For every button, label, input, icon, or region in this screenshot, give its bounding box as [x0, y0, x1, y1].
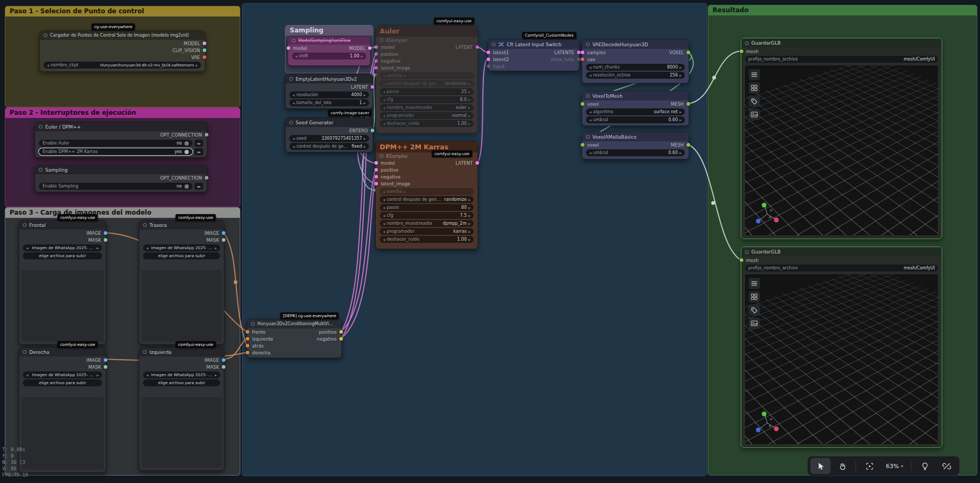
output-port-latente[interactable]: [577, 50, 581, 54]
output-port-int[interactable]: [371, 129, 374, 132]
output-port-model[interactable]: [203, 41, 206, 45]
node-header[interactable]: EmptyLatentHunyuan3Dv2: [286, 74, 373, 83]
axis-gizmo[interactable]: [753, 201, 781, 228]
node-header[interactable]: GuardarGLB: [741, 247, 942, 257]
input-port-mesh[interactable]: [740, 49, 743, 53]
theme-toggle-button[interactable]: [915, 458, 935, 474]
input-port-positive[interactable]: [374, 168, 378, 172]
widget-control-after-generate[interactable]: control después de generarrandomize: [380, 80, 474, 87]
input-port-voxel[interactable]: [581, 102, 584, 106]
input-port-voxel[interactable]: [581, 143, 584, 147]
widget-octree-resolution[interactable]: resolución_octree256: [586, 72, 685, 79]
node-switch-sampling[interactable]: Sampling OPT_CONNECTION Enable Samplingn…: [35, 165, 207, 192]
output-port-negativo[interactable]: [339, 337, 343, 341]
widget-image-file[interactable]: Imagen de WhatsApp 2025- ...: [23, 244, 102, 251]
node-header[interactable]: Auler: [376, 26, 478, 37]
input-port-latent1[interactable]: [487, 50, 490, 54]
image-icon-button[interactable]: [749, 109, 760, 120]
upload-button[interactable]: elige archivo para subir: [23, 379, 102, 386]
node-load-image-izquierda[interactable]: Izquierda IMAGE MASK Imagen de WhatsApp …: [139, 347, 224, 471]
upload-button[interactable]: elige archivo para subir: [143, 252, 220, 259]
collapse-toggle[interactable]: [380, 38, 383, 42]
widget-denoise[interactable]: deshacer_ruido1.00: [380, 236, 474, 243]
node-ksampler-dpm[interactable]: DPM++ 2M Karras KSampler modelLATENT pos…: [375, 141, 478, 249]
node-graph-canvas[interactable]: Paso 1 - Selecion de Punto de control Pa…: [0, 0, 980, 483]
node-header[interactable]: VoxelAMallaBásico: [582, 132, 689, 141]
widget-filename-prefix[interactable]: prefijo_nombre_archivomesh/ComfyUI: [745, 265, 938, 272]
select-tool-button[interactable]: [810, 458, 831, 474]
collapse-toggle[interactable]: [289, 77, 293, 81]
group-title-paso2[interactable]: Paso 2 - Interruptores de ejecución: [5, 108, 240, 118]
output-port-show-help[interactable]: [577, 57, 581, 61]
input-port-izquierda[interactable]: [246, 337, 249, 341]
input-port-samples[interactable]: [581, 50, 584, 54]
widget-algoritmo[interactable]: algoritmosurface net: [586, 108, 685, 115]
output-port-opt-connection[interactable]: [205, 176, 208, 180]
widget-cfg[interactable]: cfg7.5: [380, 212, 474, 219]
output-port-mask[interactable]: [222, 238, 225, 242]
pan-tool-button[interactable]: [832, 458, 852, 474]
input-port-negative[interactable]: [374, 175, 378, 179]
fit-view-button[interactable]: [859, 458, 880, 474]
node-ksampler-auler[interactable]: Auler KSampler modelLATENT positive nega…: [375, 25, 478, 133]
output-port-mask[interactable]: [222, 365, 225, 369]
collapse-toggle[interactable]: [23, 350, 27, 354]
collapse-toggle[interactable]: [586, 43, 590, 46]
node-header[interactable]: Hunyuan3Dv2ConditioningMultiVi...: [247, 319, 341, 328]
input-port-latent-image[interactable]: [374, 66, 378, 70]
collapse-toggle[interactable]: [251, 322, 255, 326]
output-port-voxel[interactable]: [686, 50, 690, 54]
output-port-clip-vision[interactable]: [203, 48, 206, 52]
node-header[interactable]: VoxelToMesh: [582, 91, 689, 100]
widget-filename-prefix[interactable]: prefijo_nombre_archivomesh/ComfyUI: [745, 56, 938, 63]
node-header[interactable]: CR Latent Input Switch: [488, 40, 579, 49]
widget-ckpt-name[interactable]: nombre_ckptHunyuan\hunyuan3d-dit-v2-mv_f…: [44, 62, 201, 69]
output-port-mesh[interactable]: [686, 143, 690, 147]
3d-viewport[interactable]: [744, 274, 939, 445]
node-cr-latent-input-switch[interactable]: CR Latent Input Switch latent1LATENTE la…: [488, 39, 580, 71]
output-port-opt-connection[interactable]: [205, 133, 208, 137]
widget-seed[interactable]: seed330079275401357: [289, 135, 369, 142]
input-port-latent-image[interactable]: [374, 182, 378, 185]
collapse-toggle[interactable]: [143, 223, 147, 227]
collapse-toggle[interactable]: [586, 135, 590, 139]
toggle-row-enable-auler[interactable]: Enable Aulerno: [39, 140, 203, 147]
node-model-sampling-auraflow[interactable]: ModelSamplingAuraFlow model MODEL shift1…: [288, 36, 371, 66]
collapse-toggle[interactable]: [380, 154, 383, 158]
queue-icon[interactable]: [195, 148, 203, 155]
input-port-mesh[interactable]: [740, 258, 743, 262]
upload-button[interactable]: elige archivo para subir: [23, 252, 102, 259]
node-guardar-glb-1[interactable]: GuardarGLB mesh prefijo_nombre_archivome…: [741, 38, 942, 239]
input-port-input[interactable]: [487, 64, 490, 68]
node-empty-latent-hunyuan3d[interactable]: EmptyLatentHunyuan3Dv2 LATENT resolución…: [285, 74, 373, 109]
toggle-knob[interactable]: [185, 141, 189, 146]
output-port-image[interactable]: [104, 358, 107, 362]
collapse-toggle[interactable]: [586, 94, 590, 98]
widget-shift[interactable]: shift1.00: [292, 53, 366, 60]
widget-control-after-generate[interactable]: control después de gener...fixed: [289, 143, 369, 150]
input-port-negative[interactable]: [374, 59, 378, 63]
widget-cfg[interactable]: cfg8.0: [380, 96, 474, 103]
collapse-toggle[interactable]: [745, 41, 749, 45]
widget-pasos[interactable]: pasos80: [380, 204, 474, 211]
widget-resolucion[interactable]: resolución4000: [289, 91, 369, 98]
node-hunyuan-conditioning-multiview[interactable]: Hunyuan3Dv2ConditioningMultiVi... frente…: [247, 319, 342, 358]
collapse-toggle[interactable]: [39, 125, 43, 129]
input-port-vae[interactable]: [581, 57, 584, 61]
collapse-toggle[interactable]: [292, 39, 296, 43]
input-port-atras[interactable]: [246, 344, 249, 348]
widget-scheduler[interactable]: programadorkarras: [380, 228, 474, 235]
node-header[interactable]: Cargador de Puntos de Control Solo de Im…: [40, 31, 205, 40]
node-checkpoint-loader[interactable]: Cargador de Puntos de Control Solo de Im…: [39, 30, 205, 72]
zoom-level-dropdown[interactable]: 63%: [881, 463, 908, 470]
output-port-vae[interactable]: [203, 55, 206, 59]
grid-icon-button[interactable]: [749, 291, 760, 302]
collapse-toggle[interactable]: [289, 121, 293, 124]
output-port-latent[interactable]: [371, 85, 374, 89]
node-header[interactable]: Frontal: [19, 221, 106, 230]
node-header[interactable]: VAEDecodeHunyuan3D: [582, 40, 689, 49]
queue-icon[interactable]: [195, 183, 203, 190]
output-port-mesh[interactable]: [686, 102, 690, 106]
toggle-row-enable-dpm[interactable]: Enable DPM++ 2M Karrasyes: [39, 148, 203, 155]
3d-viewport[interactable]: [744, 65, 939, 236]
